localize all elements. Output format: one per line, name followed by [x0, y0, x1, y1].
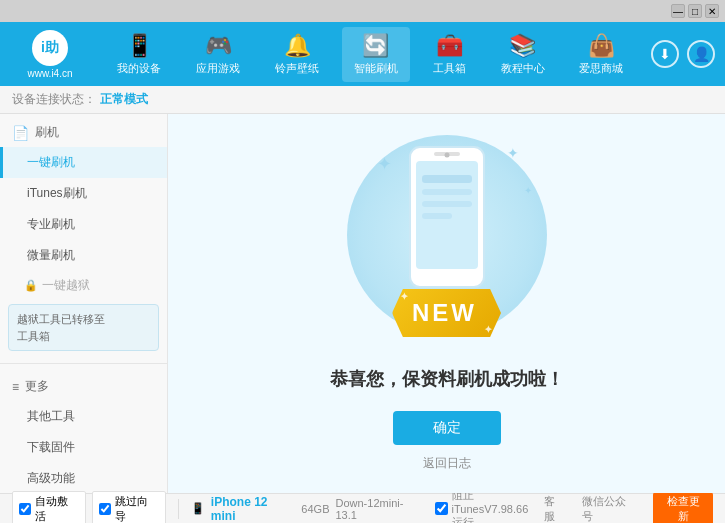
- sparkle-3: ✦: [524, 185, 532, 196]
- download-btn[interactable]: ⬇: [651, 40, 679, 68]
- sidebar-item-advanced[interactable]: 高级功能: [0, 463, 167, 493]
- sidebar-item-one-click-flash[interactable]: 一键刷机: [0, 147, 167, 178]
- content-area: ✦ ✦ ✦: [168, 114, 725, 493]
- sidebar: 📄 刷机 一键刷机 iTunes刷机 专业刷机 微量刷机 🔒 一键越狱 越狱工具…: [0, 114, 168, 493]
- ringtone-icon: 🔔: [284, 33, 311, 59]
- auto-upgrade-label: 自动敷活: [35, 494, 79, 524]
- badge-star-right: ✦: [484, 324, 495, 335]
- pro-flash-label: 专业刷机: [27, 217, 75, 231]
- status-bar: 设备连接状态： 正常模式: [0, 86, 725, 114]
- sidebar-item-download-firmware[interactable]: 下载固件: [0, 432, 167, 463]
- apps-icon: 🎮: [205, 33, 232, 59]
- bottom-left: 自动敷活 跳过向导 📱 iPhone 12 mini 64GB Down-12m…: [12, 491, 425, 524]
- new-badge: NEW ✦ ✦: [392, 289, 501, 337]
- svg-rect-4: [422, 175, 472, 183]
- jailbreak-note: 越狱工具已转移至工具箱: [8, 304, 159, 351]
- smart-shop-label: 智能刷机: [354, 61, 398, 76]
- main-layout: 📄 刷机 一键刷机 iTunes刷机 专业刷机 微量刷机 🔒 一键越狱 越狱工具…: [0, 114, 725, 493]
- ringtone-label: 铃声壁纸: [275, 61, 319, 76]
- toolbox-label: 工具箱: [433, 61, 466, 76]
- flash-section-label: 刷机: [35, 124, 59, 141]
- device-phone-icon: 📱: [191, 502, 205, 515]
- flash-section-header: 📄 刷机: [0, 118, 167, 147]
- checkboxes: 自动敷活 跳过向导: [12, 491, 166, 524]
- minimize-btn[interactable]: —: [671, 4, 685, 18]
- more-section-icon: ≡: [12, 380, 19, 394]
- skip-wizard-label: 跳过向导: [115, 494, 159, 524]
- skip-wizard-checkbox[interactable]: [99, 503, 111, 515]
- badge-star-left: ✦: [400, 291, 411, 302]
- device-info: 📱 iPhone 12 mini 64GB Down-12mini-13.1: [191, 495, 425, 523]
- phone-illustration: ✦ ✦ ✦: [347, 135, 547, 355]
- sidebar-divider: [0, 363, 167, 364]
- version-text: V7.98.66: [484, 503, 528, 515]
- check-update-btn[interactable]: 检查更新: [653, 492, 713, 524]
- skip-wizard-group: 跳过向导: [92, 491, 166, 524]
- nav-toolbox[interactable]: 🧰 工具箱: [421, 27, 478, 82]
- customer-service-link[interactable]: 客服: [544, 494, 566, 524]
- toolbox-icon: 🧰: [436, 33, 463, 59]
- smart-shop-icon: 🔄: [362, 33, 389, 59]
- back-link[interactable]: 返回日志: [423, 455, 471, 472]
- confirm-button[interactable]: 确定: [393, 411, 501, 445]
- device-name: iPhone 12 mini: [211, 495, 296, 523]
- tutorial-icon: 📚: [509, 33, 536, 59]
- nav-right-btns: ⬇ 👤: [651, 40, 715, 68]
- status-label: 设备连接状态：: [12, 91, 96, 108]
- celebration-container: ✦ ✦ ✦: [330, 135, 564, 472]
- nav-ringtone[interactable]: 🔔 铃声壁纸: [263, 27, 331, 82]
- more-section: ≡ 更多 其他工具 下载固件 高级功能: [0, 368, 167, 493]
- other-tools-label: 其他工具: [27, 409, 75, 423]
- user-btn[interactable]: 👤: [687, 40, 715, 68]
- success-text: 恭喜您，保资料刷机成功啦！: [330, 367, 564, 391]
- new-badge-text: NEW: [412, 299, 477, 326]
- one-click-flash-label: 一键刷机: [27, 155, 75, 169]
- tmall-label: 爱思商城: [579, 61, 623, 76]
- apps-label: 应用游戏: [196, 61, 240, 76]
- nav-my-device[interactable]: 📱 我的设备: [105, 27, 173, 82]
- title-bar: — □ ✕: [0, 0, 725, 22]
- advanced-label: 高级功能: [27, 471, 75, 485]
- sidebar-item-itunes-flash[interactable]: iTunes刷机: [0, 178, 167, 209]
- wipe-flash-label: 微量刷机: [27, 248, 75, 262]
- logo-url: www.i4.cn: [27, 68, 72, 79]
- sidebar-item-wipe-flash[interactable]: 微量刷机: [0, 240, 167, 271]
- download-firmware-label: 下载固件: [27, 440, 75, 454]
- status-value: 正常模式: [100, 91, 148, 108]
- phone-svg: [402, 145, 492, 310]
- wechat-public-link[interactable]: 微信公众号: [582, 494, 637, 524]
- nav-apps-games[interactable]: 🎮 应用游戏: [184, 27, 252, 82]
- logo-icon: i助: [32, 30, 68, 66]
- more-section-header: ≡ 更多: [0, 372, 167, 401]
- my-device-label: 我的设备: [117, 61, 161, 76]
- auto-upgrade-checkbox[interactable]: [19, 503, 31, 515]
- new-badge-wrapper: NEW ✦ ✦: [392, 289, 501, 337]
- nav-items: 📱 我的设备 🎮 应用游戏 🔔 铃声壁纸 🔄 智能刷机 🧰 工具箱 📚 教程中心…: [100, 27, 641, 82]
- maximize-btn[interactable]: □: [688, 4, 702, 18]
- nav-tutorial[interactable]: 📚 教程中心: [489, 27, 557, 82]
- nav-tmall[interactable]: 👜 爱思商城: [567, 27, 635, 82]
- jailbreak-label: 一键越狱: [42, 277, 90, 294]
- top-nav: i助 www.i4.cn 📱 我的设备 🎮 应用游戏 🔔 铃声壁纸 🔄 智能刷机…: [0, 22, 725, 86]
- device-capacity: 64GB: [301, 503, 329, 515]
- itunes-checkbox[interactable]: [435, 502, 448, 515]
- jailbreak-note-text: 越狱工具已转移至工具箱: [17, 313, 105, 342]
- my-device-icon: 📱: [126, 33, 153, 59]
- close-btn[interactable]: ✕: [705, 4, 719, 18]
- bottom-bar: 自动敷活 跳过向导 📱 iPhone 12 mini 64GB Down-12m…: [0, 493, 725, 523]
- more-section-label: 更多: [25, 378, 49, 395]
- separator: [178, 499, 179, 519]
- flash-section-icon: 📄: [12, 125, 29, 141]
- tmall-icon: 👜: [588, 33, 615, 59]
- svg-rect-7: [422, 213, 452, 219]
- itunes-flash-label: iTunes刷机: [27, 186, 87, 200]
- sidebar-item-pro-flash[interactable]: 专业刷机: [0, 209, 167, 240]
- svg-rect-6: [422, 201, 472, 207]
- nav-smart-shop[interactable]: 🔄 智能刷机: [342, 27, 410, 82]
- logo-area: i助 www.i4.cn: [10, 30, 90, 79]
- auto-upgrade-group: 自动敷活: [12, 491, 86, 524]
- svg-point-8: [444, 153, 449, 158]
- device-version: Down-12mini-13.1: [336, 497, 425, 521]
- sidebar-item-other-tools[interactable]: 其他工具: [0, 401, 167, 432]
- tutorial-label: 教程中心: [501, 61, 545, 76]
